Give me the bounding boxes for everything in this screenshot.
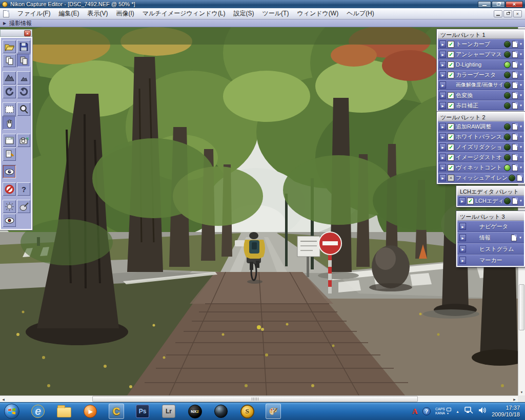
zoom-in-button[interactable] bbox=[3, 71, 16, 85]
taskbar-nx2-button[interactable]: NX2 bbox=[187, 404, 203, 419]
dropdown-arrow-icon[interactable]: ▼ bbox=[519, 166, 522, 169]
taskbar-paint-button[interactable] bbox=[266, 404, 281, 419]
page-icon[interactable] bbox=[512, 164, 518, 171]
palette-item-unsharp-mask[interactable]: ▶ ✓ アンシャープマスク ▼ bbox=[438, 49, 524, 59]
page-icon[interactable] bbox=[512, 134, 518, 140]
expand-arrow-icon[interactable]: ▶ bbox=[459, 223, 466, 230]
menu-settings[interactable]: 設定(S) bbox=[230, 8, 258, 19]
menu-file[interactable]: ファイル(F) bbox=[13, 8, 54, 19]
volume-tray-icon[interactable] bbox=[478, 406, 487, 416]
enable-checkbox[interactable]: ✓ bbox=[448, 51, 454, 58]
menu-view[interactable]: 表示(V) bbox=[83, 8, 112, 19]
zoom-out-button[interactable] bbox=[17, 71, 30, 85]
help-tray-icon[interactable]: ? bbox=[422, 407, 431, 415]
start-button[interactable] bbox=[4, 404, 19, 419]
expand-arrow-icon[interactable]: ▶ bbox=[439, 81, 446, 89]
rotate-right-button[interactable] bbox=[17, 85, 30, 98]
palette-item-dust-off[interactable]: ▶ ✓ イメージダストオフ ▼ bbox=[438, 152, 524, 162]
menu-help[interactable]: ヘルプ(H) bbox=[342, 8, 378, 19]
taskbar-gold-badge-button[interactable]: S bbox=[239, 404, 255, 419]
expand-arrow-icon[interactable]: ▶ bbox=[439, 174, 446, 181]
taskbar-photoshop-button[interactable]: Ps bbox=[135, 404, 150, 419]
expand-arrow-icon[interactable]: ▶ bbox=[439, 123, 446, 130]
expand-arrow-icon[interactable]: ▶ bbox=[459, 245, 466, 253]
expand-arrow-icon[interactable]: ▶ bbox=[439, 61, 446, 68]
dropdown-arrow-icon[interactable]: ▼ bbox=[519, 63, 522, 66]
expand-arrow-icon[interactable]: ▶ bbox=[439, 51, 446, 58]
taskbar-nikon-capture-button[interactable]: C bbox=[109, 404, 124, 419]
palette-item-raw-adjust[interactable]: ▶ ✓ 追加RAW調整 ▼ bbox=[438, 121, 524, 132]
expand-arrow-icon[interactable]: ▶ bbox=[439, 71, 446, 78]
mdi-minimize-button[interactable] bbox=[494, 10, 502, 17]
show-image-button[interactable] bbox=[3, 165, 16, 178]
dropdown-arrow-icon[interactable]: ▼ bbox=[519, 104, 522, 107]
page-icon[interactable] bbox=[512, 51, 518, 58]
dropdown-arrow-icon[interactable]: ▼ bbox=[519, 135, 522, 138]
rotate-left-button[interactable] bbox=[3, 85, 16, 98]
palette-item-fisheye-lens[interactable]: ▶ × フィッシュアイレンズ bbox=[438, 173, 524, 183]
palette-item-histogram[interactable]: ▶ ヒストグラム bbox=[457, 243, 524, 255]
enable-checkbox[interactable]: ✓ bbox=[467, 198, 474, 204]
dropdown-arrow-icon[interactable]: ▼ bbox=[519, 236, 522, 239]
expand-arrow-icon[interactable]: ▶ bbox=[3, 21, 6, 26]
paste-button[interactable] bbox=[17, 54, 30, 67]
enable-checkbox[interactable]: ✓ bbox=[448, 102, 454, 109]
close-button[interactable]: × bbox=[506, 1, 523, 8]
enable-checkbox[interactable]: ✓ bbox=[448, 134, 454, 140]
minimize-button[interactable] bbox=[478, 1, 491, 8]
taskbar-lightroom-button[interactable]: Lr bbox=[161, 404, 176, 419]
palette-titlebar[interactable]: LCHエディタ パレット bbox=[457, 187, 524, 196]
mdi-close-button[interactable]: × bbox=[513, 10, 522, 17]
page-icon[interactable] bbox=[512, 102, 518, 109]
toolbox-titlebar[interactable]: × bbox=[0, 29, 32, 37]
page-icon[interactable] bbox=[512, 144, 518, 151]
menu-image[interactable]: 画像(I) bbox=[112, 8, 138, 19]
page-icon[interactable] bbox=[512, 82, 518, 89]
toolbox-close-button[interactable]: × bbox=[24, 30, 31, 36]
enable-checkbox[interactable]: ✓ bbox=[448, 164, 454, 171]
ime-atok-icon[interactable]: A bbox=[412, 407, 418, 416]
scroll-right-arrow[interactable]: ▶ bbox=[511, 396, 518, 402]
dropdown-arrow-icon[interactable]: ▼ bbox=[519, 53, 522, 56]
palette-item-d-lighting[interactable]: ▶ ✓ D-Lighting ▼ bbox=[438, 59, 524, 70]
dropdown-arrow-icon[interactable]: ▼ bbox=[519, 43, 522, 46]
expand-arrow-icon[interactable]: ▶ bbox=[459, 197, 466, 204]
batch-edit-button[interactable] bbox=[3, 148, 16, 161]
dropdown-arrow-icon[interactable]: ▼ bbox=[519, 83, 522, 87]
cancel-button[interactable] bbox=[3, 182, 16, 196]
palette-item-lch-editor[interactable]: ▶ ✓ LCHエディタ ▼ bbox=[457, 196, 524, 206]
expand-arrow-icon[interactable]: ▶ bbox=[439, 102, 446, 109]
taskbar-media-player-button[interactable]: ▶ bbox=[83, 404, 98, 419]
dropdown-arrow-icon[interactable]: ▼ bbox=[519, 125, 522, 128]
scroll-left-arrow[interactable]: ◀ bbox=[0, 396, 7, 402]
expand-arrow-icon[interactable]: ▶ bbox=[439, 40, 446, 48]
menu-tools[interactable]: ツール(T) bbox=[258, 8, 293, 19]
show-hidden-icons-button[interactable]: ▲ bbox=[456, 410, 459, 413]
brightness-button[interactable] bbox=[3, 200, 16, 213]
palette-item-red-eye-correction[interactable]: ▶ ✓ 赤目補正 ▼ bbox=[438, 100, 524, 111]
page-icon[interactable] bbox=[512, 61, 518, 68]
marquee-select-button[interactable] bbox=[3, 102, 16, 116]
vertical-scroll-thumb[interactable] bbox=[519, 284, 524, 330]
shooting-info-bar[interactable]: ▶ 撮影情報 bbox=[0, 19, 525, 27]
scroll-down-arrow[interactable]: ▼ bbox=[518, 389, 525, 395]
page-icon[interactable] bbox=[512, 41, 518, 48]
dropdown-arrow-icon[interactable]: ▼ bbox=[519, 94, 522, 97]
save-button[interactable] bbox=[17, 40, 30, 53]
ime-status[interactable]: CAPS KANA▼ bbox=[435, 407, 451, 415]
open-button[interactable] bbox=[3, 40, 16, 53]
taskbar-app-sphere-button[interactable] bbox=[213, 404, 229, 419]
copy-button[interactable] bbox=[3, 54, 16, 67]
taskbar-ie-button[interactable]: e bbox=[30, 404, 46, 419]
palette-item-navigator[interactable]: ▶ ナビゲータ bbox=[457, 221, 524, 232]
page-icon[interactable] bbox=[512, 198, 518, 204]
page-icon[interactable] bbox=[512, 154, 518, 161]
network-tray-icon[interactable] bbox=[464, 406, 473, 416]
dropdown-arrow-icon[interactable]: ▼ bbox=[519, 199, 522, 202]
enable-checkbox[interactable]: ✓ bbox=[448, 154, 454, 161]
palette-item-color-booster[interactable]: ▶ ✓ カラーブースタ ▼ bbox=[438, 70, 524, 80]
palette-titlebar[interactable]: ツールパレット 1 bbox=[438, 30, 524, 39]
disabled-checkbox[interactable]: × bbox=[448, 175, 454, 181]
page-icon[interactable] bbox=[517, 175, 522, 181]
expand-arrow-icon[interactable]: ▶ bbox=[459, 257, 466, 264]
